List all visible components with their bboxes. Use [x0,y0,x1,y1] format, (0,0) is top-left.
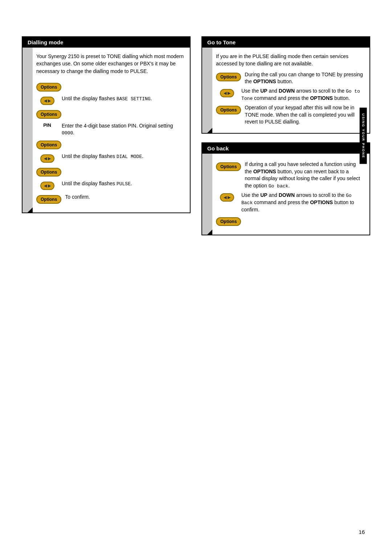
go-to-tone-content: If you are in the PULSE dialling mode th… [212,48,369,133]
step-4: PIN Enter the 4-digit base station PIN. … [36,122,184,137]
go-back-step-2-icon: ◀ ▶ [216,192,238,203]
goto-tone-step-2-icon: ◀ ▶ [216,88,238,99]
step-2: ◀ ▶ Until the display flashes BASE SETTI… [36,95,184,106]
options-button-r2: Options [216,106,241,114]
dialling-mode-title: Dialling mode [28,39,63,45]
go-back-header: Go back [202,143,369,154]
options-button-1: Options [36,83,61,92]
options-button-4: Options [36,168,61,177]
goto-tone-step-1-text: During the call you can change to TONE b… [245,71,364,85]
dialling-mode-content: Your Synergy 2150 is preset to TONE dial… [33,48,190,212]
arrow-button-3: ◀ ▶ [40,182,54,190]
options-button-2: Options [36,110,61,119]
options-button-3: Options [36,141,61,149]
options-button-b1: Options [216,162,241,171]
left-column: Dialling mode Your Synergy 2150 is prese… [22,36,191,235]
arrow-button-2: ◀ ▶ [40,154,54,163]
goto-tone-step-1: Options During the call you can change t… [216,71,364,85]
go-back-step-1-icon: Options [216,161,241,173]
indicator-bar-left [23,48,33,212]
step-7-icon: Options [36,166,61,178]
step-6-icon: ◀ ▶ [36,153,58,164]
go-back-title: Go back [207,145,229,151]
step-5: Options [36,139,184,151]
dialling-mode-section: Dialling mode Your Synergy 2150 is prese… [22,36,191,213]
pin-label: PIN [43,122,51,128]
goto-tone-step-3-text: Operation of your keypad after this will… [245,104,364,126]
options-button-b2: Options [216,217,241,226]
go-to-tone-body: If you are in the PULSE dialling mode th… [202,48,369,133]
step-2-icon: ◀ ▶ [36,95,58,106]
goto-tone-step-3-icon: Options [216,104,241,116]
go-back-step-2: ◀ ▶ Use the UP and DOWN arrows to scroll… [216,192,364,214]
goto-tone-step-2-text: Use the UP and DOWN arrows to scroll to … [241,88,364,102]
step-4-text: Enter the 4-digit base station PIN. Orig… [62,122,184,137]
options-button-r1: Options [216,73,241,81]
indicator-bar-right-bottom [202,154,212,235]
side-tab: USING YOUR PHONE [359,108,367,164]
step-9-icon: Options [36,194,61,205]
goto-tone-step-3: Options Operation of your keypad after t… [216,104,364,126]
go-back-content: Options If during a call you have select… [212,154,369,235]
go-back-section: Go back Options If during a call you hav… [201,142,370,235]
step-8-icon: ◀ ▶ [36,180,58,191]
go-to-tone-header: Go to Tone [202,37,369,48]
step-9-text: To confirm. [65,194,184,201]
dialling-mode-body: Your Synergy 2150 is preset to TONE dial… [23,48,190,212]
step-1-icon: Options [36,81,61,93]
step-4-icon: PIN [36,122,58,128]
step-1: Options [36,81,184,93]
step-6-text: Until the display flashes DIAL MODE. [62,153,184,160]
step-9: Options To confirm. [36,194,184,205]
dialling-intro-text: Your Synergy 2150 is preset to TONE dial… [36,53,184,74]
dialling-intro: Your Synergy 2150 is preset to TONE dial… [36,53,184,79]
go-back-step-1-text: If during a call you have selected a fun… [245,161,364,190]
step-8-text: Until the display flashes PULSE. [62,180,184,187]
goto-tone-intro1-text: If you are in the PULSE dialling mode th… [216,53,348,66]
step-3-icon: Options [36,109,61,120]
go-back-step-3-icon: Options [216,216,241,227]
step-8: ◀ ▶ Until the display flashes PULSE. [36,180,184,191]
arrow-button-r1: ◀ ▶ [220,89,234,97]
dialling-mode-header: Dialling mode [23,37,190,48]
indicator-bar-right-top [202,48,212,133]
go-back-step-3: Options [216,216,364,227]
page-container: Dialling mode Your Synergy 2150 is prese… [0,0,392,555]
arrow-button-1: ◀ ▶ [40,97,54,105]
go-back-step-1: Options If during a call you have select… [216,161,364,190]
step-5-icon: Options [36,139,61,151]
step-2-text: Until the display flashes BASE SETTING. [62,95,184,102]
goto-tone-step-2: ◀ ▶ Use the UP and DOWN arrows to scroll… [216,88,364,102]
right-column: Go to Tone If you are in the PULSE diall… [201,36,370,235]
goto-tone-intro1: If you are in the PULSE dialling mode th… [216,53,364,68]
step-3: Options [36,109,184,120]
page-number: 16 [359,529,365,535]
go-to-tone-title: Go to Tone [207,39,236,45]
arrow-button-b1: ◀ ▶ [220,193,234,202]
step-7: Options [36,166,184,178]
step-6: ◀ ▶ Until the display flashes DIAL MODE. [36,153,184,164]
go-back-body: Options If during a call you have select… [202,154,369,235]
main-content: Dialling mode Your Synergy 2150 is prese… [22,36,370,235]
go-to-tone-section: Go to Tone If you are in the PULSE diall… [201,36,370,134]
goto-tone-step-1-icon: Options [216,71,241,83]
options-button-5: Options [36,195,61,204]
go-back-step-2-text: Use the UP and DOWN arrows to scroll to … [241,192,364,214]
